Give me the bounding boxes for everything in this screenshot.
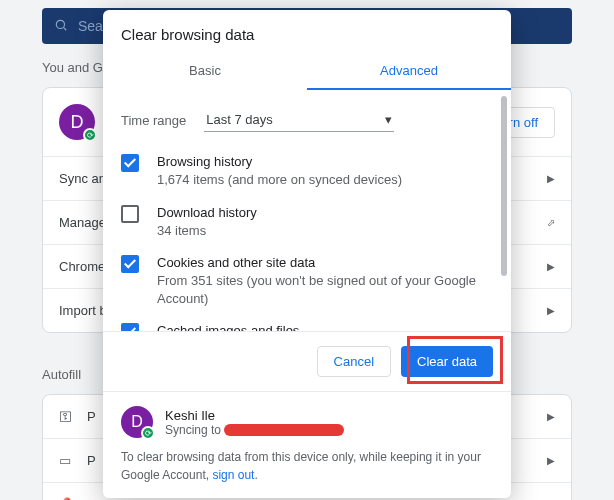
avatar-initial: D [131, 413, 143, 431]
dialog-title: Clear browsing data [103, 10, 511, 53]
options-scroll-area: Time range Last 7 days ▾ Browsing histor… [103, 90, 511, 331]
dialog-actions: Cancel Clear data [103, 331, 511, 391]
scrollbar[interactable] [501, 96, 509, 296]
option-title: Download history [157, 205, 257, 220]
option-row: Cookies and other site dataFrom 351 site… [103, 247, 511, 315]
dialog-tabs: Basic Advanced [103, 53, 511, 90]
option-subtitle: 1,674 items (and more on synced devices) [157, 171, 402, 189]
option-row: Cached images and filesLess than 319 MB [103, 315, 511, 331]
time-range-select[interactable]: Last 7 days ▾ [204, 108, 394, 132]
sign-out-link[interactable]: sign out [212, 468, 254, 482]
clear-browsing-data-dialog: Clear browsing data Basic Advanced Time … [103, 10, 511, 498]
time-range-label: Time range [121, 113, 186, 128]
clear-data-button[interactable]: Clear data [401, 346, 493, 377]
tab-basic[interactable]: Basic [103, 53, 307, 90]
footer-avatar: D ⟳ [121, 406, 153, 438]
redacted-email [224, 424, 344, 436]
option-row: Browsing history1,674 items (and more on… [103, 146, 511, 197]
time-range-value: Last 7 days [206, 112, 273, 127]
option-row: Download history34 items [103, 197, 511, 248]
option-subtitle: 34 items [157, 222, 257, 240]
tab-advanced[interactable]: Advanced [307, 53, 511, 90]
footer-note: To clear browsing data from this device … [121, 450, 481, 482]
checkbox[interactable] [121, 255, 139, 273]
checkbox[interactable] [121, 323, 139, 331]
option-title: Cookies and other site data [157, 255, 493, 270]
dialog-footer: D ⟳ Keshi Ile Syncing to To clear browsi… [103, 391, 511, 498]
sync-badge-icon: ⟳ [141, 426, 155, 440]
checkbox[interactable] [121, 205, 139, 223]
cancel-button[interactable]: Cancel [317, 346, 391, 377]
user-name: Keshi Ile [165, 408, 344, 423]
sync-status-prefix: Syncing to [165, 423, 221, 437]
dropdown-icon: ▾ [385, 112, 392, 127]
option-title: Browsing history [157, 154, 402, 169]
checkbox[interactable] [121, 154, 139, 172]
option-title: Cached images and files [157, 323, 299, 331]
option-subtitle: From 351 sites (you won't be signed out … [157, 272, 493, 307]
dialog-backdrop: Clear browsing data Basic Advanced Time … [0, 0, 614, 500]
